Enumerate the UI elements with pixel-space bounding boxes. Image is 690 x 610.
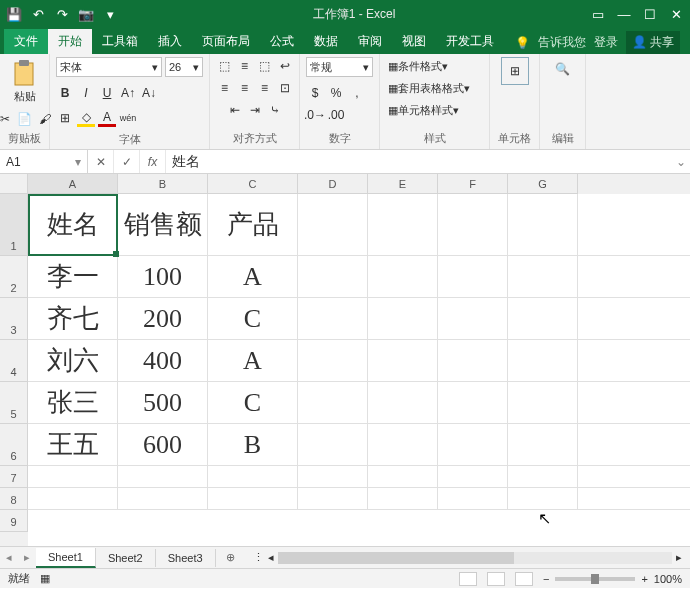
cells-icon[interactable]: ⊞ [501,57,529,85]
font-color-icon[interactable]: A [98,109,116,127]
tab-view[interactable]: 视图 [392,29,436,54]
page-break-view-icon[interactable] [515,572,533,586]
align-bot-icon[interactable]: ⬚ [256,57,274,75]
cell-style-button[interactable]: ▦ 单元格样式 ▾ [386,101,461,120]
redo-icon[interactable]: ↷ [54,6,70,22]
cell[interactable]: B [208,424,298,465]
col-header[interactable]: C [208,174,298,194]
fill-color-icon[interactable]: ◇ [77,109,95,127]
orientation-icon[interactable]: ⤷ [266,101,284,119]
cell[interactable]: 500 [118,382,208,423]
row-header[interactable]: 6 [0,424,28,466]
page-layout-view-icon[interactable] [487,572,505,586]
bold-icon[interactable]: B [56,84,74,102]
inc-decimal-icon[interactable]: .0→ [306,106,324,124]
col-header[interactable]: D [298,174,368,194]
tab-insert[interactable]: 插入 [148,29,192,54]
row-header[interactable]: 5 [0,382,28,424]
normal-view-icon[interactable] [459,572,477,586]
comma-icon[interactable]: , [348,84,366,102]
font-name-select[interactable]: 宋体▾ [56,57,162,77]
zoom-in-icon[interactable]: + [641,573,647,585]
decrease-font-icon[interactable]: A↓ [140,84,158,102]
cell[interactable]: A [208,256,298,297]
dec-decimal-icon[interactable]: .00 [327,106,345,124]
row-header[interactable]: 7 [0,466,28,488]
cut-icon[interactable]: ✂ [0,110,14,128]
sheet-tab[interactable]: Sheet1 [36,548,96,568]
col-header[interactable]: E [368,174,438,194]
tab-layout[interactable]: 页面布局 [192,29,260,54]
col-header[interactable]: A [28,174,118,194]
zoom-level[interactable]: 100% [654,573,682,585]
sheet-tab[interactable]: Sheet2 [96,549,156,567]
find-icon[interactable]: 🔍 [551,57,575,81]
row-header[interactable]: 2 [0,256,28,298]
add-sheet-icon[interactable]: ⊕ [216,551,245,564]
number-format-select[interactable]: 常规▾ [306,57,373,77]
row-header[interactable]: 9 [0,510,28,532]
undo-icon[interactable]: ↶ [30,6,46,22]
tab-home[interactable]: 开始 [48,29,92,54]
fx-icon[interactable]: fx [140,150,166,173]
paste-button[interactable]: 粘贴 [9,57,41,106]
enter-formula-icon[interactable]: ✓ [114,150,140,173]
indent-inc-icon[interactable]: ⇥ [246,101,264,119]
currency-icon[interactable]: $ [306,84,324,102]
col-header[interactable]: F [438,174,508,194]
macro-record-icon[interactable]: ▦ [40,572,50,585]
tellme-text[interactable]: 告诉我您 [538,34,586,51]
cell[interactable] [438,194,508,255]
minimize-icon[interactable]: — [616,6,632,22]
worksheet-grid[interactable]: A B C D E F G 1 2 3 4 5 6 7 8 9 姓名 销售额 产… [0,174,690,546]
align-mid-icon[interactable]: ≡ [236,57,254,75]
sheet-nav-prev-icon[interactable]: ◂ [0,551,18,564]
close-icon[interactable]: ✕ [668,6,684,22]
formula-expand-icon[interactable]: ⌄ [672,155,690,169]
underline-icon[interactable]: U [98,84,116,102]
increase-font-icon[interactable]: A↑ [119,84,137,102]
zoom-out-icon[interactable]: − [543,573,549,585]
wrap-icon[interactable]: ↩ [276,57,294,75]
name-box[interactable]: A1▾ [0,150,88,173]
save-icon[interactable]: 💾 [6,6,22,22]
cell[interactable]: 王五 [28,424,118,465]
cell[interactable] [368,194,438,255]
formula-bar[interactable]: 姓名 [166,153,672,171]
italic-icon[interactable]: I [77,84,95,102]
cell[interactable] [508,194,578,255]
font-size-select[interactable]: 26▾ [165,57,203,77]
indent-dec-icon[interactable]: ⇤ [226,101,244,119]
row-header[interactable]: 4 [0,340,28,382]
zoom-slider[interactable] [555,577,635,581]
tab-file[interactable]: 文件 [4,29,48,54]
merge-icon[interactable]: ⊡ [276,79,294,97]
cell[interactable]: 姓名 [28,194,118,255]
conditional-format-button[interactable]: ▦ 条件格式 ▾ [386,57,450,76]
cell[interactable]: C [208,298,298,339]
align-right-icon[interactable]: ≡ [256,79,274,97]
login-link[interactable]: 登录 [594,34,618,51]
col-header[interactable]: G [508,174,578,194]
align-center-icon[interactable]: ≡ [236,79,254,97]
cell[interactable]: C [208,382,298,423]
h-scrollbar[interactable] [278,552,672,564]
cell[interactable]: 200 [118,298,208,339]
cell[interactable]: 销售额 [118,194,208,255]
col-header[interactable]: B [118,174,208,194]
tab-formula[interactable]: 公式 [260,29,304,54]
row-header[interactable]: 1 [0,194,28,256]
percent-icon[interactable]: % [327,84,345,102]
cell[interactable]: 张三 [28,382,118,423]
scroll-split-icon[interactable]: ⋮ [253,551,264,564]
cell[interactable]: 400 [118,340,208,381]
sheet-tab[interactable]: Sheet3 [156,549,216,567]
border-icon[interactable]: ⊞ [56,109,74,127]
cancel-formula-icon[interactable]: ✕ [88,150,114,173]
copy-icon[interactable]: 📄 [16,110,34,128]
select-all-corner[interactable] [0,174,28,194]
sheet-nav-next-icon[interactable]: ▸ [18,551,36,564]
cell[interactable]: A [208,340,298,381]
cell[interactable]: 刘六 [28,340,118,381]
tab-dev[interactable]: 开发工具 [436,29,504,54]
